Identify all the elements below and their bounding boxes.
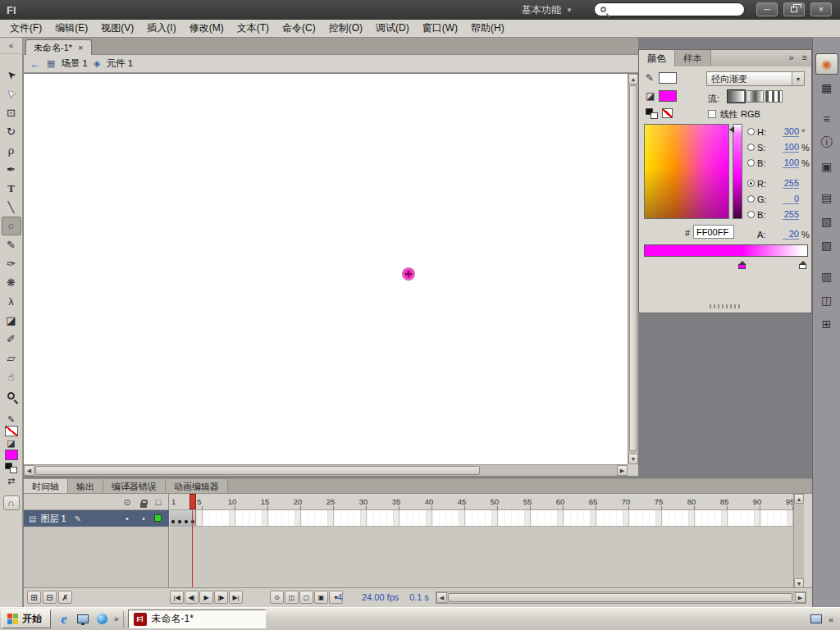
panel-resize-grip[interactable] (710, 304, 742, 308)
saturation-brightness-field[interactable] (644, 124, 729, 219)
gradient-circle-object[interactable] (403, 268, 414, 280)
layer-visibility-dot[interactable]: • (121, 514, 134, 523)
default-colors-button[interactable] (646, 108, 658, 119)
layer-row[interactable]: ▤ 图层 1 ✎ • • (24, 510, 169, 527)
hue-slider[interactable] (733, 124, 742, 219)
swap-colors-button[interactable]: ⇄ (7, 476, 15, 486)
browser-icon[interactable]: e (56, 611, 72, 628)
search-box[interactable] (594, 2, 745, 16)
onion-skin-button[interactable]: ◫ (285, 591, 299, 604)
subselection-tool[interactable]: ➤ (2, 84, 21, 103)
free-transform-tool[interactable]: ⊡ (2, 103, 21, 122)
transform-panel-icon[interactable]: ▣ (815, 156, 838, 177)
media-player-icon[interactable] (94, 611, 110, 628)
scroll-left-button[interactable]: ◀ (436, 592, 447, 603)
new-folder-button[interactable]: ⊟ (43, 591, 57, 604)
search-input[interactable] (610, 5, 738, 15)
show-hide-column-icon[interactable]: ⊙ (121, 497, 134, 508)
blue-row[interactable]: B: 255 (747, 207, 810, 222)
alpha-value[interactable]: 20 (783, 229, 799, 240)
paint-bucket-tool[interactable]: ◪ (2, 311, 21, 330)
layer-frames-row[interactable] (170, 510, 793, 527)
brush-tool[interactable]: ✑ (2, 254, 21, 273)
line-tool[interactable]: ╲ (2, 198, 21, 217)
alpha-row[interactable]: A: 20 % (747, 226, 810, 242)
radio-button[interactable] (747, 159, 755, 167)
scroll-down-button[interactable]: ▼ (628, 454, 638, 464)
delete-layer-button[interactable]: ✗ (58, 591, 72, 604)
scroll-right-button[interactable]: ▶ (617, 465, 628, 476)
tab-motion-editor[interactable]: 动画编辑器 (166, 479, 228, 493)
menu-item[interactable]: 编辑(E) (48, 19, 94, 38)
default-colors-button[interactable] (5, 463, 17, 473)
timeline-scroll-thumb[interactable] (448, 593, 792, 602)
swatches-panel-icon[interactable]: ▦ (815, 77, 838, 98)
play-button[interactable]: ▶ (199, 591, 213, 604)
timeline-horizontal-scrollbar[interactable]: ◀ ▶ (436, 591, 806, 604)
scroll-left-button[interactable]: ◀ (24, 465, 34, 476)
radio-button[interactable] (747, 211, 755, 218)
oval-tool[interactable]: ○ (2, 217, 21, 235)
behaviors-panel-icon[interactable]: ◫ (815, 290, 838, 311)
hex-input[interactable] (693, 225, 734, 239)
tab-color[interactable]: 颜色 (639, 50, 675, 66)
frame-ruler[interactable]: 1 5101520253035404550556065707580859095 (170, 494, 793, 510)
radio-button[interactable] (747, 195, 755, 203)
linear-rgb-checkbox[interactable] (708, 110, 716, 118)
tab-close-button[interactable]: × (78, 43, 83, 52)
text-tool[interactable]: T (2, 179, 21, 198)
layer-outline-color[interactable] (154, 514, 162, 522)
hue-row[interactable]: H: 300 ° (747, 124, 810, 139)
quick-launch-expand[interactable]: » (114, 614, 119, 623)
frames-area[interactable]: 1 5101520253035404550556065707580859095 (170, 494, 793, 588)
flow-reflect-button[interactable] (746, 90, 764, 103)
tab-timeline[interactable]: 时间轴 (24, 479, 68, 493)
goto-first-frame-button[interactable]: |◀ (170, 591, 184, 604)
panel-collapse-button[interactable]: » (784, 50, 797, 66)
workspace-switcher[interactable]: 基本功能 ▼ (522, 3, 573, 17)
gradient-stop[interactable] (738, 258, 746, 269)
taskbar-task-button[interactable]: Fl 未命名-1* (128, 609, 266, 628)
horizontal-scrollbar[interactable]: ◀ ▶ (24, 464, 628, 476)
gradient-bar[interactable] (644, 244, 808, 257)
scroll-up-button[interactable]: ▲ (628, 74, 638, 84)
radio-button[interactable] (747, 144, 755, 151)
radio-button[interactable] (747, 128, 755, 135)
breadcrumb-symbol[interactable]: 元件 1 (106, 57, 133, 70)
fill-color-swatch[interactable] (659, 90, 677, 102)
code-snippets-panel-icon[interactable]: ▤ (815, 187, 838, 208)
vertical-scroll-thumb[interactable] (629, 85, 637, 451)
document-tab[interactable]: 未命名-1* × (25, 39, 92, 55)
saturation-row[interactable]: S: 100 % (747, 139, 810, 155)
color-panel-icon[interactable]: ◉ (815, 53, 838, 75)
playhead-handle[interactable] (189, 494, 196, 509)
outline-column-icon[interactable]: □ (152, 497, 165, 507)
close-button[interactable]: × (810, 2, 832, 16)
keyframe-dot[interactable] (185, 520, 188, 523)
elapsed-time-value[interactable]: 0.1 s (409, 592, 429, 602)
panel-menu-icon[interactable]: ≡ (798, 50, 811, 66)
deco-tool[interactable]: ❋ (2, 273, 21, 292)
library-panel-icon[interactable]: ▥ (815, 266, 838, 287)
horizontal-scroll-thumb[interactable] (35, 466, 480, 475)
motion-presets-panel-icon[interactable]: ▨ (815, 235, 838, 256)
bone-tool[interactable]: λ (2, 292, 21, 311)
menu-item[interactable]: 修改(M) (183, 19, 231, 38)
red-row[interactable]: R: 255 (747, 176, 810, 191)
restore-button[interactable] (783, 2, 805, 16)
step-back-button[interactable]: ◀| (185, 591, 199, 604)
tab-swatches[interactable]: 样本 (675, 50, 711, 66)
green-row[interactable]: G: 0 (747, 191, 810, 207)
stroke-color-swatch[interactable] (659, 72, 677, 84)
goto-last-frame-button[interactable]: ▶| (229, 591, 243, 604)
tab-output[interactable]: 输出 (68, 479, 103, 493)
pen-tool[interactable]: ✒ (2, 160, 21, 179)
edit-multiple-frames-button[interactable]: ▣ (314, 591, 328, 604)
menu-item[interactable]: 窗口(W) (416, 19, 464, 38)
hue-slider-marker[interactable] (726, 126, 734, 133)
brightness-row[interactable]: B: 100 % (747, 155, 810, 171)
stroke-color-swatch[interactable] (5, 426, 18, 436)
flow-repeat-button[interactable] (765, 90, 783, 103)
menu-item[interactable]: 视图(V) (94, 19, 140, 38)
keyframe-dot[interactable] (171, 520, 175, 523)
